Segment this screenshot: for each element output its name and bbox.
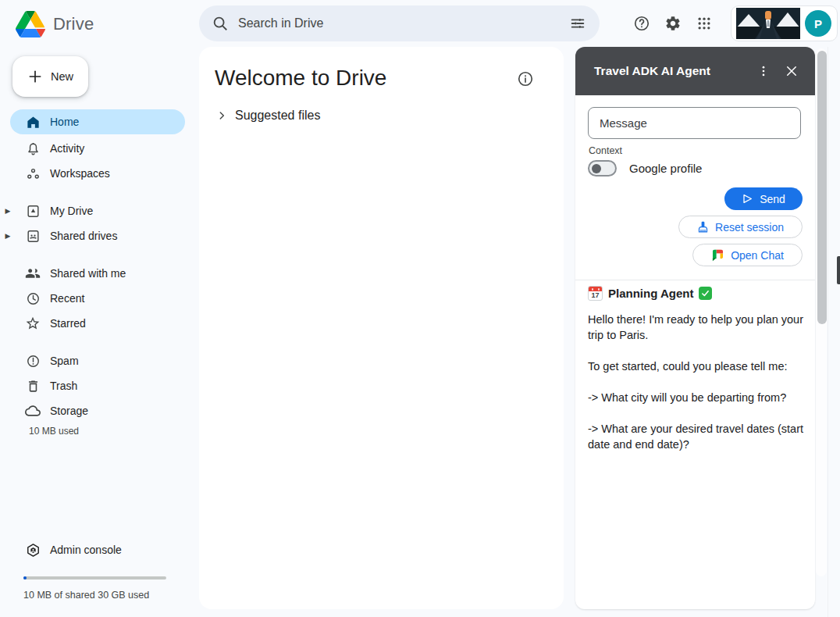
- drive-logo-icon: [16, 11, 45, 37]
- info-icon[interactable]: [517, 70, 536, 89]
- expand-arrow-icon[interactable]: ▶: [4, 207, 12, 215]
- help-icon[interactable]: [626, 8, 657, 39]
- green-check-icon: [699, 287, 712, 300]
- sidebar-item-label: Shared with me: [50, 267, 126, 280]
- agent-name: Planning Agent: [608, 287, 693, 300]
- main-content-card: Welcome to Drive Suggested files: [199, 47, 564, 609]
- drive-logo-area[interactable]: Drive: [16, 11, 94, 37]
- apps-grid-icon[interactable]: [689, 8, 720, 39]
- plus-icon: [27, 69, 43, 84]
- broom-icon: [697, 221, 709, 233]
- google-profile-toggle-row: Google profile: [588, 160, 702, 177]
- more-options-icon[interactable]: [749, 57, 778, 85]
- suggested-files-toggle[interactable]: Suggested files: [216, 109, 320, 123]
- extension-artwork: [736, 8, 800, 39]
- google-profile-toggle[interactable]: [588, 160, 617, 177]
- search-input[interactable]: [238, 16, 553, 30]
- open-chat-button[interactable]: Open Chat: [692, 244, 803, 266]
- open-chat-label: Open Chat: [731, 249, 784, 262]
- topbar-actions: [626, 8, 720, 39]
- sidebar-item-storage[interactable]: Storage: [10, 398, 185, 423]
- send-button-label: Send: [760, 193, 785, 205]
- spam-icon: [25, 353, 41, 369]
- sidebar-item-label: Spam: [50, 355, 79, 367]
- sidebar-item-shared-with-me[interactable]: Shared with me: [10, 261, 185, 286]
- cloud-icon: [25, 403, 41, 419]
- sidebar-item-label: Activity: [50, 142, 84, 155]
- sidebar-item-label: Workspaces: [50, 167, 110, 180]
- panel-title: Travel ADK AI Agent: [594, 64, 749, 78]
- bell-icon: [25, 141, 41, 156]
- avatar[interactable]: P: [805, 10, 831, 37]
- send-button[interactable]: Send: [724, 187, 803, 210]
- sidebar-item-label: Starred: [50, 317, 86, 330]
- send-icon: [742, 193, 753, 205]
- clock-icon: [25, 291, 41, 306]
- chevron-right-icon: [216, 110, 227, 121]
- storage-progress-fill: [23, 576, 27, 580]
- context-label: Context: [589, 145, 622, 156]
- travel-agent-panel: Travel ADK AI Agent Context Google profi…: [575, 47, 815, 609]
- google-chat-icon: [711, 248, 724, 262]
- search-icon[interactable]: [212, 15, 229, 32]
- app-title: Drive: [53, 14, 94, 34]
- sidebar-item-spam[interactable]: Spam: [10, 348, 185, 373]
- sidebar-item-label: Shared drives: [50, 230, 117, 242]
- agent-message-body: Hello there! I'm ready to help you plan …: [588, 312, 805, 468]
- shared-drives-icon: [25, 228, 41, 244]
- close-icon[interactable]: [778, 57, 806, 85]
- agent-message: To get started, could you please tell me…: [588, 358, 805, 374]
- scrollbar-thumb[interactable]: [817, 51, 827, 324]
- message-input[interactable]: [588, 107, 801, 139]
- sidebar-item-label: Admin console: [50, 544, 122, 556]
- toggle-knob: [592, 164, 601, 173]
- home-icon: [25, 114, 41, 130]
- sidebar-item-home[interactable]: Home: [10, 109, 185, 134]
- sidebar-item-label: Storage: [50, 405, 88, 417]
- suggested-files-label: Suggested files: [235, 109, 320, 123]
- sidebar-item-starred[interactable]: Starred: [10, 311, 185, 336]
- storage-progress-bar: [23, 576, 166, 580]
- agent-message: -> What city will you be departing from?: [588, 390, 805, 405]
- search-bar[interactable]: [199, 5, 600, 41]
- sidebar-item-workspaces[interactable]: Workspaces: [10, 161, 185, 186]
- people-icon: [25, 266, 41, 281]
- star-icon: [25, 316, 41, 331]
- agent-message: -> What are your desired travel dates (s…: [588, 421, 805, 452]
- sidebar-item-admin-console[interactable]: Admin console: [10, 537, 185, 562]
- sidebar-item-recent[interactable]: Recent: [10, 286, 185, 311]
- my-drive-icon: [25, 203, 41, 219]
- panel-divider: [575, 280, 815, 280]
- profile-card[interactable]: P: [731, 5, 838, 41]
- sidebar-item-label: Home: [50, 116, 79, 128]
- top-bar: Drive: [0, 0, 840, 47]
- admin-console-icon: [25, 542, 41, 558]
- agent-message: Hello there! I'm ready to help you plan …: [588, 312, 805, 343]
- sidebar-item-label: My Drive: [50, 205, 93, 217]
- storage-used-text: 10 MB used: [29, 426, 79, 437]
- sidebar-item-trash[interactable]: Trash: [10, 373, 185, 398]
- side-panel-rail: [828, 47, 840, 617]
- sidebar-item-shared-drives[interactable]: ▶ Shared drives: [10, 223, 185, 248]
- expand-arrow-icon[interactable]: ▶: [4, 232, 12, 240]
- google-profile-label: Google profile: [629, 162, 702, 175]
- reset-session-label: Reset session: [715, 221, 784, 234]
- new-button[interactable]: New: [12, 56, 88, 97]
- search-options-icon[interactable]: [562, 8, 593, 39]
- settings-gear-icon[interactable]: [657, 8, 689, 39]
- storage-summary-text: 10 MB of shared 30 GB used: [23, 590, 149, 601]
- new-button-label: New: [51, 70, 73, 83]
- reset-session-button[interactable]: Reset session: [678, 216, 803, 238]
- sidebar-item-label: Trash: [50, 380, 77, 392]
- calendar-emoji-icon: 17: [588, 286, 603, 301]
- workspaces-icon: [25, 166, 41, 181]
- sidebar-item-activity[interactable]: Activity: [10, 136, 185, 161]
- trash-icon: [25, 378, 41, 394]
- panel-header: Travel ADK AI Agent: [575, 47, 815, 95]
- sidebar-item-label: Recent: [50, 292, 84, 305]
- agent-header-row: 17 Planning Agent: [588, 286, 712, 301]
- page-title: Welcome to Drive: [215, 66, 386, 91]
- sidebar-item-my-drive[interactable]: ▶ My Drive: [10, 198, 185, 223]
- edge-artifact: [837, 256, 840, 284]
